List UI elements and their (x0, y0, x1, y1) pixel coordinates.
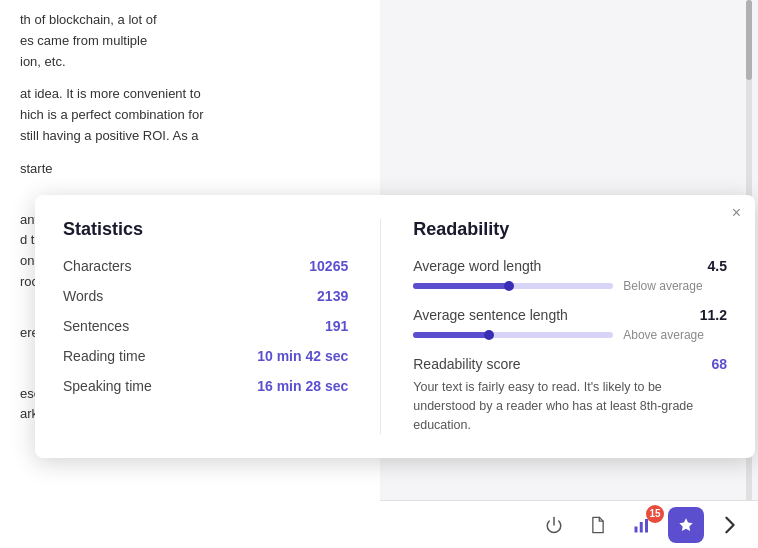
readability-score-label: Readability score (413, 356, 520, 372)
power-icon (545, 516, 563, 534)
stat-row-reading-time: Reading time 10 min 42 sec (63, 348, 348, 364)
sentence-length-label: Average sentence length (413, 307, 568, 323)
readability-score-row: Readability score 68 (413, 356, 727, 372)
statistics-title: Statistics (63, 219, 348, 240)
scrollbar-thumb[interactable] (746, 0, 752, 80)
stat-row-words: Words 2139 (63, 288, 348, 304)
statistics-section: Statistics Characters 10265 Words 2139 S… (63, 219, 381, 434)
stat-label-speaking-time: Speaking time (63, 378, 152, 394)
stat-value-sentences: 191 (325, 318, 348, 334)
star-button[interactable] (668, 507, 704, 543)
stats-popup: × Statistics Characters 10265 Words 2139… (35, 195, 755, 458)
document-button[interactable] (580, 507, 616, 543)
sentence-length-value: 11.2 (700, 307, 727, 323)
power-button[interactable] (536, 507, 572, 543)
word-length-note: Below average (623, 279, 702, 293)
readability-title: Readability (413, 219, 727, 240)
sentence-length-bar (413, 332, 613, 338)
stat-row-speaking-time: Speaking time 16 min 28 sec (63, 378, 348, 394)
star-icon (678, 517, 694, 533)
stat-value-reading-time: 10 min 42 sec (257, 348, 348, 364)
stat-label-reading-time: Reading time (63, 348, 146, 364)
stat-value-speaking-time: 16 min 28 sec (257, 378, 348, 394)
svg-marker-4 (679, 518, 692, 531)
svg-rect-3 (645, 519, 648, 533)
stat-row-characters: Characters 10265 (63, 258, 348, 274)
stat-label-words: Words (63, 288, 103, 304)
word-length-label: Average word length (413, 258, 541, 274)
sentence-length-note: Above average (623, 328, 704, 342)
bg-text-3: starte (20, 159, 360, 180)
bg-text-1: th of blockchain, a lot of es came from … (20, 10, 360, 72)
chevron-button[interactable] (712, 507, 748, 543)
readability-description: Your text is fairly easy to read. It's l… (413, 378, 727, 434)
document-icon (590, 516, 606, 534)
readability-word-length: Average word length 4.5 Below average (413, 258, 727, 293)
readability-score-value: 68 (711, 356, 727, 372)
chevron-right-icon (724, 516, 736, 534)
chart-badge: 15 (646, 505, 664, 523)
stat-value-words: 2139 (317, 288, 348, 304)
word-length-value: 4.5 (708, 258, 727, 274)
chart-button[interactable]: 15 (624, 507, 660, 543)
svg-rect-1 (635, 526, 638, 532)
readability-section: Readability Average word length 4.5 Belo… (381, 219, 727, 434)
stat-label-sentences: Sentences (63, 318, 129, 334)
stat-row-sentences: Sentences 191 (63, 318, 348, 334)
stat-label-characters: Characters (63, 258, 131, 274)
svg-rect-2 (640, 522, 643, 533)
bg-text-2: at idea. It is more convenient to hich i… (20, 84, 360, 146)
bottom-toolbar: 15 (380, 500, 758, 548)
close-button[interactable]: × (732, 205, 741, 221)
word-length-bar (413, 283, 613, 289)
readability-sentence-length: Average sentence length 11.2 Above avera… (413, 307, 727, 342)
stat-value-characters: 10265 (309, 258, 348, 274)
